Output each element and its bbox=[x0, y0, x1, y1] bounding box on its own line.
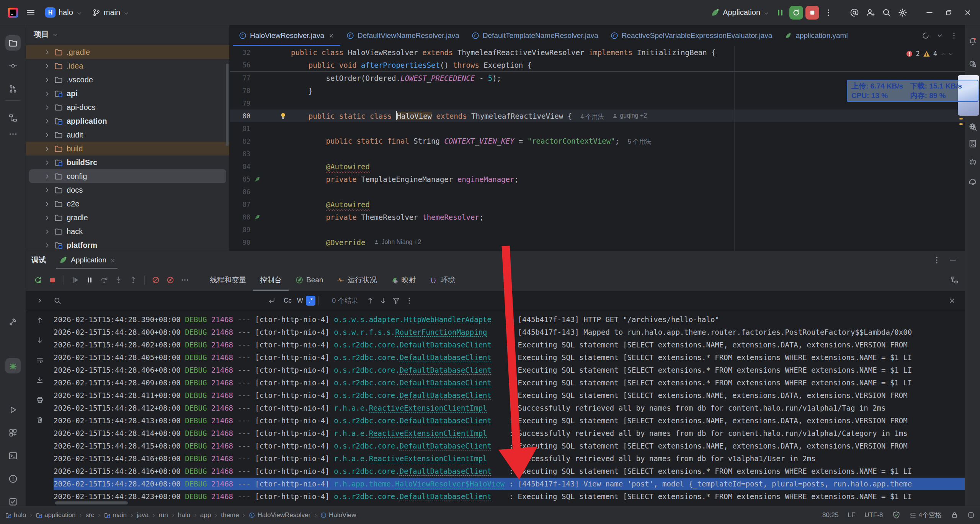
pause-button[interactable] bbox=[83, 273, 96, 287]
tree-item-hack[interactable]: hack bbox=[26, 224, 229, 238]
stop-button[interactable] bbox=[46, 273, 59, 287]
author-inlay-hint[interactable]: John Niang +2 bbox=[374, 239, 421, 246]
tree-item-audit[interactable]: audit bbox=[26, 128, 229, 142]
tree-item-.vscode[interactable]: .vscode bbox=[26, 73, 229, 87]
more-actions-button[interactable] bbox=[822, 6, 835, 20]
console-line[interactable]: 2026-02-15T15:44:28.406+08:00 DEBUG 2146… bbox=[54, 364, 965, 377]
console-line[interactable]: 2026-02-15T15:44:28.423+08:00 DEBUG 2146… bbox=[54, 490, 965, 503]
debug-view-tab[interactable]: 映射 bbox=[384, 269, 423, 291]
caret-position[interactable]: 80:25 bbox=[822, 511, 839, 519]
close-session-icon[interactable] bbox=[110, 258, 114, 262]
code-editor[interactable]: 32public class HaloViewResolver extends … bbox=[230, 46, 965, 251]
previous-occurrence-button[interactable] bbox=[364, 294, 377, 307]
tab-options-button[interactable] bbox=[950, 32, 958, 39]
console-line[interactable]: 2026-02-15T15:44:28.409+08:00 DEBUG 2146… bbox=[54, 377, 965, 389]
tree-item-e2e[interactable]: e2e bbox=[26, 197, 229, 211]
stop-button[interactable] bbox=[805, 6, 819, 20]
indent-setting[interactable]: 4个空格 bbox=[910, 511, 942, 519]
next-occurrence-button[interactable] bbox=[377, 294, 390, 307]
code-line[interactable]: 86 bbox=[230, 185, 965, 198]
tool-stripe-debug[interactable] bbox=[5, 358, 21, 373]
tool-stripe-cloud[interactable] bbox=[966, 175, 979, 188]
readonly-lock-icon[interactable] bbox=[951, 511, 958, 519]
notifications-status-icon[interactable] bbox=[967, 511, 975, 519]
code-line[interactable]: 84 @Autowired bbox=[230, 160, 965, 173]
run-config-selector[interactable]: Application bbox=[707, 7, 771, 19]
expand-icon[interactable] bbox=[36, 297, 43, 304]
code-line[interactable]: 88 private ThemeResolver themeResolver; bbox=[230, 211, 965, 223]
editor-tab[interactable]: CHaloViewResolver.java bbox=[233, 25, 340, 46]
mute-breakpoints-button[interactable] bbox=[149, 273, 162, 287]
step-into-button[interactable] bbox=[112, 273, 125, 287]
logger-link[interactable]: ReactiveExtensionClientImpl bbox=[369, 404, 487, 412]
window-close-button[interactable] bbox=[959, 4, 976, 21]
code-with-me-button[interactable] bbox=[864, 6, 877, 20]
search-options-button[interactable] bbox=[403, 294, 416, 307]
console-arrow-down-button[interactable] bbox=[34, 335, 45, 346]
window-restore-button[interactable] bbox=[940, 4, 957, 21]
code-line[interactable]: 32public class HaloViewResolver extends … bbox=[230, 46, 965, 59]
logger-link[interactable]: ReactiveExtensionClientImpl bbox=[369, 429, 487, 437]
breadcrumb-item[interactable]: src bbox=[85, 511, 94, 519]
author-inlay-hint[interactable]: guqing +2 bbox=[612, 112, 647, 119]
tree-item-api-docs[interactable]: api-docs bbox=[26, 100, 229, 114]
breadcrumb-item[interactable]: theme bbox=[221, 511, 239, 519]
spring-bean-gutter-icon[interactable] bbox=[250, 213, 264, 221]
more-button[interactable] bbox=[178, 273, 191, 287]
tab-close-button[interactable] bbox=[328, 33, 334, 39]
tool-stripe-project[interactable] bbox=[5, 35, 21, 51]
console-line[interactable]: 2026-02-15T15:44:28.390+08:00 DEBUG 2146… bbox=[54, 313, 965, 326]
step-out-button[interactable] bbox=[127, 273, 140, 287]
breadcrumb-item[interactable]: halo bbox=[178, 511, 190, 519]
code-line[interactable]: 85 private TemplateEngineManager engineM… bbox=[230, 173, 965, 185]
logger-link[interactable]: HaloViewResolver$HaloView bbox=[395, 480, 505, 488]
logger-link[interactable]: DefaultDatabaseClient bbox=[400, 341, 492, 349]
project-panel-header[interactable]: 项目 bbox=[26, 25, 229, 43]
tree-item-application[interactable]: application bbox=[26, 114, 229, 128]
console-scroll-to-end-button[interactable] bbox=[34, 375, 45, 385]
resume-button[interactable] bbox=[69, 273, 82, 287]
tree-item-buildSrc[interactable]: buildSrc bbox=[26, 156, 229, 169]
ai-assistant-button[interactable] bbox=[848, 6, 861, 20]
step-over-button[interactable] bbox=[98, 273, 111, 287]
logger-link[interactable]: ReactiveExtensionClientImpl bbox=[369, 454, 487, 463]
tool-stripe-run[interactable] bbox=[5, 402, 21, 418]
breadcrumb-item[interactable]: app bbox=[200, 511, 211, 519]
tree-item-api[interactable]: api bbox=[26, 87, 229, 100]
console-clear-button[interactable] bbox=[34, 414, 45, 425]
logger-link[interactable]: RouterFunctionMapping bbox=[395, 328, 487, 336]
console-arrow-up-button[interactable] bbox=[34, 315, 45, 326]
file-encoding[interactable]: UTF-8 bbox=[864, 511, 883, 519]
words-button[interactable]: W bbox=[294, 296, 306, 306]
code-line[interactable]: 82 public static final String CONTEXT_VI… bbox=[230, 135, 965, 147]
pause-program-button[interactable] bbox=[773, 6, 787, 20]
tool-stripe-terminal[interactable] bbox=[5, 448, 21, 463]
console-line[interactable]: 2026-02-15T15:44:28.413+08:00 DEBUG 2146… bbox=[54, 414, 965, 427]
layout-settings-button[interactable] bbox=[950, 276, 959, 284]
logger-link[interactable]: DefaultDatabaseClient bbox=[400, 492, 492, 501]
breadcrumb-item[interactable]: CHaloView bbox=[320, 511, 356, 519]
console-output[interactable]: 2026-02-15T15:44:28.390+08:00 DEBUG 2146… bbox=[54, 310, 965, 506]
tree-item-.idea[interactable]: .idea bbox=[26, 59, 229, 73]
tool-stripe-problems[interactable] bbox=[5, 471, 21, 486]
logger-link[interactable]: DefaultDatabaseClient bbox=[400, 442, 492, 450]
logger-link[interactable]: DefaultDatabaseClient bbox=[400, 467, 492, 475]
filter-button[interactable] bbox=[390, 294, 403, 307]
tool-stripe-ai-assistant[interactable] bbox=[966, 57, 979, 70]
inspections-shield-icon[interactable] bbox=[892, 511, 900, 519]
tool-stripe-robot[interactable] bbox=[966, 155, 979, 168]
debug-view-tab[interactable]: 运行状况 bbox=[330, 269, 384, 291]
logger-link[interactable]: DefaultDatabaseClient bbox=[400, 353, 492, 362]
debug-view-tab[interactable]: 控制台 bbox=[253, 269, 289, 291]
console-hscrollbar[interactable] bbox=[55, 501, 128, 504]
console-line[interactable]: 2026-02-15T15:44:28.411+08:00 DEBUG 2146… bbox=[54, 389, 965, 402]
console-line[interactable]: 2026-02-15T15:44:28.415+08:00 DEBUG 2146… bbox=[54, 440, 965, 452]
newline-icon[interactable] bbox=[268, 297, 276, 305]
console-line[interactable]: 2026-02-15T15:44:28.414+08:00 DEBUG 2146… bbox=[54, 427, 965, 440]
rerun-button[interactable] bbox=[789, 6, 803, 20]
usages-inlay-hint[interactable]: 5 个用法 bbox=[628, 138, 651, 146]
breadcrumb-item[interactable]: halo bbox=[5, 511, 26, 519]
search-everywhere-button[interactable] bbox=[880, 6, 893, 20]
tool-stripe-pull-requests[interactable] bbox=[5, 81, 21, 97]
console-line[interactable]: 2026-02-15T15:44:28.400+08:00 DEBUG 2146… bbox=[54, 326, 965, 339]
